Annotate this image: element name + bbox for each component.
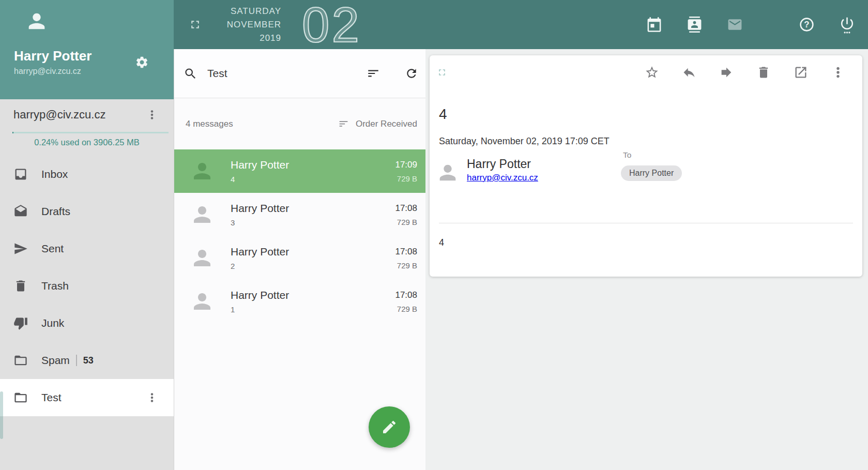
search-bar [174,49,425,98]
compose-button[interactable] [369,406,410,448]
message-time: 17:08 [395,290,417,300]
sidebar-item-drafts[interactable]: Drafts [0,193,174,230]
date-day-number: 02 [302,0,361,49]
sort-icon [338,118,349,129]
user-avatar-icon [25,9,49,33]
fullscreen-icon[interactable] [189,18,202,31]
folder-label: Test [41,391,62,404]
sort-order-control[interactable]: Order Received [338,118,417,129]
sidebar-scrollbar[interactable] [0,391,3,439]
quota-text: 0.24% used on 3906.25 MB [0,138,174,146]
main-area: SATURDAY NOVEMBER 2019 02 ? [174,0,868,470]
message-count: 4 messages [186,119,233,129]
message-sender: Harry Potter [231,159,289,171]
user-info: Harry Potter harryp@civ.zcu.cz [14,49,135,76]
header-body-divider [439,223,853,223]
reading-pane: 4 Saturday, November 02, 2019 17:09 CET … [425,49,868,470]
search-options-icon[interactable] [367,67,380,80]
help-icon[interactable]: ? [799,17,815,33]
account-row[interactable]: harryp@civ.zcu.cz [0,99,174,130]
contacts-icon[interactable] [687,17,703,33]
message-row[interactable]: Harry Potter 4 17:09 729 B [174,149,425,193]
message-size: 729 B [395,305,417,313]
search-input[interactable] [207,67,367,80]
settings-gear-icon[interactable] [135,55,149,69]
person-icon [190,246,215,270]
search-icon[interactable] [184,67,197,81]
sidebar-item-spam[interactable]: Spam 53 [0,342,174,379]
sidebar-item-trash[interactable]: Trash [0,267,174,305]
message-subject: 2 [231,262,289,270]
quota-bar [12,132,169,133]
sender-avatar-icon [436,161,460,185]
message-subject: 1 [231,305,289,314]
topbar-app-icons: ? [646,16,855,34]
person-icon [190,202,215,227]
user-name: Harry Potter [14,49,135,63]
drafts-icon [13,204,28,219]
sender-block: Harry Potter harryp@civ.zcu.cz [467,157,538,187]
message-toolbar [439,62,853,83]
folder-label: Trash [41,280,69,292]
star-icon[interactable] [645,65,659,80]
to-label: To [623,150,682,160]
message-time: 17:08 [395,247,417,257]
recipient-chip[interactable]: Harry Potter [621,165,682,181]
folder-label: Spam [41,354,70,367]
fullscreen-icon[interactable] [437,67,447,78]
calendar-icon[interactable] [646,17,662,33]
forward-icon[interactable] [719,65,734,80]
message-menu-kebab-icon[interactable] [831,65,845,80]
message-sender: Harry Potter [231,246,289,258]
message-sender: Harry Potter [231,202,289,215]
user-email: harryp@civ.zcu.cz [14,67,135,76]
send-icon [13,241,28,256]
message-list-column: 4 messages Order Received Harry Potter 4 [174,49,425,470]
count-divider [76,355,77,366]
message-row[interactable]: Harry Potter 1 17:08 729 B [174,280,425,323]
account-email: harryp@civ.zcu.cz [13,108,146,122]
message-time: 17:09 [395,160,417,170]
trash-icon [13,279,28,293]
current-date: SATURDAY NOVEMBER 2019 [218,5,281,45]
person-icon [190,289,215,314]
folder-label: Sent [41,242,64,255]
reply-icon[interactable] [682,65,696,80]
sender-name: Harry Potter [467,157,538,171]
message-subject: 3 [231,218,289,227]
date-year: 2019 [218,32,281,45]
power-logout-icon[interactable] [839,16,855,34]
sidebar-item-inbox[interactable]: Inbox [0,156,174,193]
unread-count-badge: 53 [83,355,94,366]
folder-label: Junk [41,317,64,329]
sidebar-item-junk[interactable]: Junk [0,305,174,342]
sidebar-item-sent[interactable]: Sent [0,230,174,267]
message-sender: Harry Potter [231,289,289,301]
sidebar-user-panel: Harry Potter harryp@civ.zcu.cz [0,0,174,99]
sort-order-label: Order Received [356,119,417,129]
refresh-icon[interactable] [405,67,418,80]
account-menu-kebab-icon[interactable] [146,109,158,121]
webmail-app: Harry Potter harryp@civ.zcu.cz harryp@ci… [0,0,868,470]
folder-label: Inbox [41,168,68,180]
folder-menu-kebab-icon[interactable] [146,391,158,404]
sender-email-link[interactable]: harryp@civ.zcu.cz [467,172,538,184]
open-external-icon[interactable] [794,65,808,80]
message-subject: 4 [231,175,289,184]
main-row: 4 messages Order Received Harry Potter 4 [174,49,868,470]
folder-icon [13,390,28,405]
message-row[interactable]: Harry Potter 2 17:08 729 B [174,236,425,280]
trash-icon[interactable] [756,65,771,80]
thumbs-down-icon [13,316,28,330]
folder-icon [13,353,28,368]
folder-list: Inbox Drafts Sent Trash Junk Spam [0,156,174,416]
message-time: 17:08 [395,203,417,214]
message-size: 729 B [395,174,417,183]
message-size: 729 B [395,261,417,270]
mail-icon[interactable] [727,17,743,33]
sidebar-item-test[interactable]: Test [0,379,174,416]
inbox-icon [13,167,28,181]
message-row[interactable]: Harry Potter 3 17:08 729 B [174,193,425,236]
quota-bar-fill [12,132,13,133]
pencil-icon [381,419,398,435]
